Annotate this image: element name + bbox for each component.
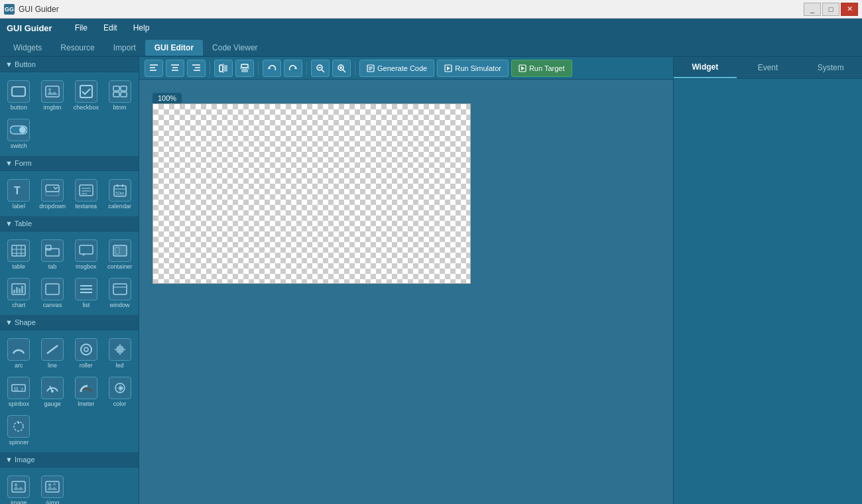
widget-canvas[interactable]: canvas: [36, 274, 69, 311]
tab-icon: [41, 239, 64, 262]
widget-textarea[interactable]: textarea: [70, 175, 103, 212]
minimize-button[interactable]: _: [804, 3, 821, 16]
close-button[interactable]: ✕: [841, 3, 858, 16]
widget-gauge[interactable]: gauge: [36, 373, 69, 410]
widget-btnm[interactable]: btnm: [103, 76, 136, 113]
svg-text:T: T: [14, 185, 21, 196]
widget-imgbtn[interactable]: imgbtn: [36, 76, 69, 113]
svg-rect-80: [241, 69, 248, 72]
zoom-in-button[interactable]: [332, 60, 351, 77]
separator-2: [258, 62, 259, 75]
widget-dropdown[interactable]: dropdown: [36, 175, 69, 212]
textarea-icon: [75, 179, 97, 202]
widget-arc[interactable]: arc: [3, 334, 35, 371]
svg-rect-7: [121, 92, 127, 97]
svg-rect-22: [12, 245, 25, 256]
widget-color[interactable]: ✱ color: [103, 373, 136, 410]
right-tab-widget[interactable]: Widget: [674, 57, 737, 78]
widget-switch[interactable]: switch: [3, 115, 35, 152]
section-form-label: ▼ Form: [5, 159, 32, 167]
run-target-button[interactable]: Run Target: [511, 60, 572, 77]
run-simulator-button[interactable]: Run Simulator: [437, 60, 509, 77]
zoom-out-button[interactable]: [311, 60, 330, 77]
svg-rect-5: [121, 86, 127, 91]
widget-led[interactable]: led: [103, 334, 136, 371]
calendar-icon: 50m: [109, 179, 131, 202]
container-label: container: [107, 263, 132, 270]
tab-import[interactable]: Import: [104, 40, 145, 56]
widget-list[interactable]: list: [70, 274, 103, 311]
widget-tab[interactable]: tab: [36, 235, 69, 273]
widget-label[interactable]: T label: [3, 175, 35, 212]
widget-window[interactable]: window: [103, 274, 136, 311]
spinner-label: spinner: [9, 439, 29, 446]
svg-rect-36: [21, 286, 23, 293]
app-icon: GG: [4, 4, 15, 15]
btnm-icon: [109, 80, 131, 103]
widget-lmeter[interactable]: lmeter: [70, 373, 103, 410]
widget-chart[interactable]: chart: [3, 274, 35, 311]
menu-help[interactable]: Help: [127, 21, 156, 35]
table-icon: [7, 239, 30, 262]
widget-roller[interactable]: roller: [70, 334, 103, 371]
label-icon: T: [7, 179, 30, 202]
imgbtn-icon: [41, 80, 64, 103]
widget-image[interactable]: image: [3, 472, 35, 504]
separator-4: [355, 62, 355, 75]
svg-marker-98: [521, 66, 524, 70]
table-label: table: [13, 263, 26, 270]
flip-v-button[interactable]: [235, 60, 254, 77]
right-tab-event[interactable]: Event: [737, 57, 800, 78]
widget-calendar[interactable]: 50m calendar: [103, 175, 136, 212]
button-label: button: [11, 104, 27, 111]
lmeter-icon: [75, 377, 97, 399]
section-button[interactable]: ▼ Button: [0, 57, 139, 72]
section-shape[interactable]: ▼ Shape: [0, 315, 139, 330]
maximize-button[interactable]: □: [822, 3, 839, 16]
widget-spinbox[interactable]: ⊟+ spinbox: [3, 373, 35, 410]
section-form[interactable]: ▼ Form: [0, 156, 139, 171]
svg-rect-0: [12, 87, 25, 96]
button-icon: [7, 80, 30, 103]
widget-line[interactable]: line: [36, 334, 69, 371]
svg-marker-96: [447, 66, 450, 70]
svg-line-43: [47, 346, 58, 353]
menu-file[interactable]: File: [68, 21, 94, 35]
align-left-button[interactable]: [145, 60, 163, 77]
flip-h-button[interactable]: [214, 60, 233, 77]
widget-checkbox[interactable]: checkbox: [70, 76, 103, 113]
spinbox-icon: ⊟+: [7, 377, 30, 399]
tab-widgets[interactable]: Widgets: [4, 40, 51, 56]
canvas-board[interactable]: [153, 103, 471, 284]
right-tab-bar: Widget Event System: [674, 57, 862, 79]
widget-table[interactable]: table: [3, 235, 35, 273]
undo-button[interactable]: [263, 60, 281, 77]
aimg-label: Aimg: [46, 499, 60, 504]
svg-rect-29: [80, 245, 93, 254]
align-right-button[interactable]: [187, 60, 206, 77]
widget-aimg[interactable]: A Aimg: [36, 472, 69, 504]
redo-button[interactable]: [284, 60, 302, 77]
right-tab-system[interactable]: System: [799, 57, 862, 78]
msgbox-label: msgbox: [76, 263, 97, 270]
svg-rect-37: [46, 284, 59, 294]
tab-resource[interactable]: Resource: [51, 40, 103, 56]
widget-msgbox[interactable]: msgbox: [70, 235, 103, 273]
canvas-container[interactable]: 100%: [139, 80, 673, 504]
zoom-label: 100%: [153, 93, 182, 103]
canvas-label: canvas: [43, 302, 62, 308]
tab-gui-editor[interactable]: GUI Editor: [145, 40, 203, 56]
widget-container[interactable]: container: [103, 235, 136, 273]
tab-code-viewer[interactable]: Code Viewer: [203, 40, 267, 56]
svg-rect-34: [16, 287, 18, 293]
widget-button[interactable]: button: [3, 76, 35, 113]
spinner-icon: [7, 415, 30, 438]
menu-edit[interactable]: Edit: [97, 21, 124, 35]
svg-rect-79: [241, 64, 248, 68]
section-table[interactable]: ▼ Table: [0, 216, 139, 231]
generate-code-button[interactable]: Generate Code: [359, 60, 434, 77]
section-image[interactable]: ▼ Image: [0, 452, 139, 468]
widget-spinner[interactable]: spinner: [3, 411, 35, 448]
align-center-button[interactable]: [166, 60, 184, 77]
line-icon: [41, 338, 64, 361]
